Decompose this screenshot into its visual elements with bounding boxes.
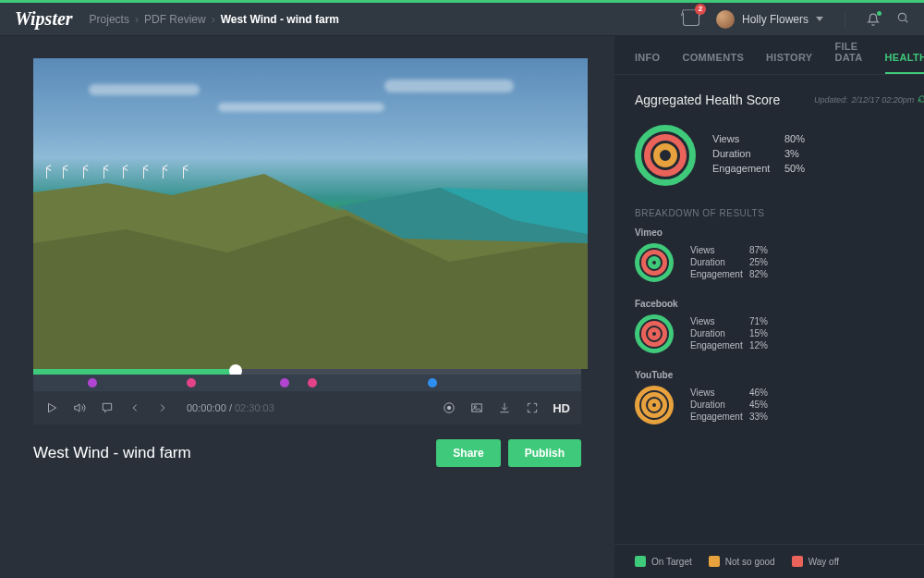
platform-row: Views46% Duration45% Engagement33% (635, 386, 924, 424)
share-button[interactable]: Share (436, 439, 500, 467)
brand-logo[interactable]: Wipster (15, 8, 73, 30)
platform-name: YouTube (635, 370, 924, 380)
timeline-marker[interactable] (308, 378, 317, 387)
chevron-down-icon (816, 17, 823, 21)
chevron-right-icon: › (212, 13, 215, 26)
aggregate-metrics: Views80% Duration3% Engagement50% (712, 133, 818, 178)
platform-row: Views71% Duration15% Engagement12% (635, 314, 924, 353)
updated-timestamp: Updated: 2/12/17 02:20pm (814, 94, 924, 105)
breadcrumb-current: West Wind - wind farm (221, 13, 339, 26)
timeline-marker[interactable] (428, 378, 437, 387)
avatar (716, 10, 735, 29)
platform-name: Vimeo (635, 228, 924, 238)
platform-name: Facebook (635, 299, 924, 309)
inbox-badge: 2 (695, 4, 706, 15)
timecode: 00:00:00 / 02:30:03 (187, 402, 274, 413)
svg-marker-2 (49, 403, 56, 412)
panel-heading: Aggregated Health Score (635, 92, 780, 107)
platform-row: Views87% Duration25% Engagement82% (635, 243, 924, 282)
inbox-icon[interactable]: 2 (683, 13, 699, 26)
platform-donut (635, 243, 674, 282)
platform-donut (635, 314, 674, 353)
user-menu[interactable]: Holly Flowers (716, 10, 823, 29)
tab-comments[interactable]: COMMENTS (682, 52, 744, 74)
tabs: INFOCOMMENTSHISTORYFILE DATAHEALTH (614, 36, 924, 75)
breadcrumb: Projects › PDF Review › West Wind - wind… (90, 13, 339, 26)
prev-frame-icon[interactable] (128, 400, 142, 415)
tab-file-data[interactable]: FILE DATA (834, 41, 862, 74)
comment-icon[interactable] (100, 400, 115, 415)
fullscreen-icon[interactable] (525, 400, 540, 415)
timeline-marker[interactable] (280, 378, 289, 387)
download-icon[interactable] (497, 400, 512, 415)
legend-item: Way off (792, 556, 839, 567)
play-icon[interactable] (44, 400, 59, 415)
refresh-icon[interactable] (918, 94, 924, 105)
user-name: Holly Flowers (742, 13, 808, 26)
header-bar: Wipster Projects › PDF Review › West Win… (0, 3, 924, 36)
chevron-right-icon: › (135, 13, 139, 26)
breadcrumb-middle[interactable]: PDF Review (144, 13, 206, 26)
svg-point-0 (898, 13, 906, 20)
volume-icon[interactable] (72, 400, 87, 415)
image-icon[interactable] (469, 400, 484, 415)
hd-badge[interactable]: HD (553, 401, 570, 415)
svg-point-5 (447, 406, 451, 410)
search-icon[interactable] (896, 11, 909, 28)
legend-item: Not so good (709, 556, 775, 567)
aggregate-donut (635, 125, 696, 186)
timeline-marker[interactable] (88, 378, 97, 387)
tab-info[interactable]: INFO (635, 52, 660, 74)
svg-marker-3 (75, 404, 79, 412)
next-frame-icon[interactable] (155, 400, 170, 415)
svg-line-1 (905, 19, 907, 22)
breakdown-label: BREAKDOWN OF RESULTS (635, 208, 924, 218)
platform-donut (635, 386, 674, 424)
marker-row[interactable] (33, 375, 581, 391)
bell-icon[interactable] (867, 13, 880, 26)
breadcrumb-root[interactable]: Projects (90, 13, 129, 26)
record-icon[interactable] (442, 400, 456, 415)
tab-health[interactable]: HEALTH (885, 52, 924, 74)
tab-history[interactable]: HISTORY (766, 52, 812, 74)
video-panel: 00:00:00 / 02:30:03 HD West Wind - wind … (0, 36, 614, 578)
notification-dot (877, 11, 881, 16)
timeline-marker[interactable] (187, 378, 196, 387)
controls-bar: 00:00:00 / 02:30:03 HD (33, 391, 581, 424)
publish-button[interactable]: Publish (508, 439, 581, 467)
video-player[interactable] (33, 58, 588, 369)
legend: On TargetNot so goodWay off (614, 544, 924, 578)
video-title: West Wind - wind farm (33, 444, 191, 462)
legend-item: On Target (635, 556, 692, 567)
side-panel: INFOCOMMENTSHISTORYFILE DATAHEALTH Aggre… (614, 36, 924, 578)
